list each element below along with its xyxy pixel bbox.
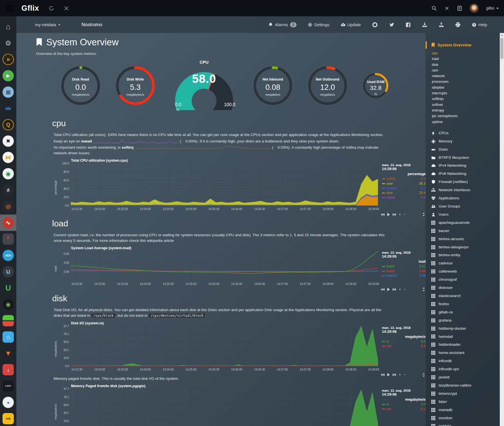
menu-section-user-groups[interactable]: User Groups <box>431 202 498 211</box>
menu-sub-cpu[interactable]: cpu <box>432 50 498 56</box>
hamburger-icon[interactable] <box>5 5 14 11</box>
menu-app-letsencrypt[interactable]: letsencrypt <box>431 390 498 398</box>
menu-app-netdata[interactable]: netdata <box>431 422 498 426</box>
menu-section-ipv4-networking[interactable]: IPv4 Networking <box>431 162 498 170</box>
legend-load15[interactable]: load15 2.06 <box>382 273 426 278</box>
menu-sub-network[interactable]: network <box>432 73 498 79</box>
chart-system-load[interactable]: System Load Average (system.load) load 2… <box>36 246 426 286</box>
menu-app-home-assistant[interactable]: home-assistant <box>431 349 498 357</box>
menu-app-lazylibrarian-calibre[interactable]: lazylibrarian-calibre <box>431 382 498 390</box>
menu-app-elasticsearch[interactable]: elasticsearch <box>431 292 498 300</box>
legend-in[interactable]: in 0.0 <box>382 339 426 344</box>
scrollbar-up-arrow[interactable]: ▲ <box>500 33 504 37</box>
menu-app-influxdb[interactable]: influxdb <box>431 357 498 365</box>
menu-app-mariadb[interactable]: mariadb <box>431 406 498 414</box>
menu-sub-ram[interactable]: ram <box>432 68 498 73</box>
menu-section-ipv6-networking[interactable]: IPv6 Networking <box>431 170 498 178</box>
chart-plot[interactable] <box>71 326 378 366</box>
close-tab-icon[interactable] <box>64 6 69 11</box>
menu-app-influxdb-ups[interactable]: influxdb-ups <box>431 365 498 373</box>
pan-forward-button[interactable] <box>392 213 396 216</box>
menu-sub-interrupts[interactable]: interrupts <box>432 90 498 96</box>
legend-in[interactable]: in 0.0 <box>382 402 426 407</box>
menu-section-applications[interactable]: Applications <box>431 194 498 202</box>
rail-share-network[interactable]: ⋔ <box>0 182 16 198</box>
gauge-net-inbound[interactable]: Net Inbound 0.08 megabits/s <box>252 64 294 107</box>
legend-nice[interactable]: nice 20.4 <box>382 191 426 195</box>
chart-system-pgpgio[interactable]: Memory Paged from/to disk (system.pgpgio… <box>36 384 426 426</box>
rail-sabnzbd[interactable]: sab <box>0 411 16 426</box>
rail-youtubedl[interactable]: ↓ <box>0 362 16 378</box>
menu-app-binhex-emby[interactable]: binhex-emby <box>431 251 498 259</box>
twitter-icon[interactable] <box>389 22 394 27</box>
chart-plot[interactable] <box>71 389 378 426</box>
menu-sub-uptime[interactable]: uptime <box>432 119 498 125</box>
chart-resize-handle[interactable] <box>422 373 425 377</box>
gauge-disk-read[interactable]: Disk Read 0.0 megabytes/s <box>59 64 102 107</box>
pan-backward-button[interactable] <box>381 213 385 216</box>
menu-section-users[interactable]: Users <box>431 211 498 219</box>
menu-app-diskover[interactable]: diskover <box>431 284 498 292</box>
legend-load1[interactable]: load1 6.51 <box>382 264 426 269</box>
alarms-button[interactable]: Alarms 2 <box>268 22 296 27</box>
menu-app-chronograf[interactable]: chronograf <box>431 276 498 284</box>
changelog-icon[interactable] <box>457 6 462 11</box>
menu-sub-ipc-semaphores[interactable]: ipc semaphores <box>432 113 498 119</box>
fullscreen-icon[interactable] <box>444 6 450 11</box>
pan-forward-button[interactable] <box>392 373 396 376</box>
menu-app-gitlab-ce[interactable]: gitlab-ce <box>431 308 498 316</box>
refresh-icon[interactable] <box>49 6 54 11</box>
zoom-in-button[interactable]: + <box>399 288 401 291</box>
play-button[interactable] <box>387 288 390 291</box>
github-icon[interactable] <box>372 22 378 28</box>
rail-netdata[interactable]: ∿ <box>0 215 16 231</box>
play-button[interactable] <box>387 213 390 216</box>
zoom-in-button[interactable]: + <box>399 213 401 216</box>
rail-gitlab[interactable]: ▼ <box>0 345 16 362</box>
zoom-out-button[interactable]: − <box>403 373 406 376</box>
legend-out[interactable]: out -5.2 <box>382 407 426 412</box>
rail-app-swirl[interactable]: ◉ <box>0 166 16 182</box>
menu-app-bazarr[interactable]: bazarr <box>431 227 498 235</box>
chart-resize-handle[interactable] <box>422 213 425 216</box>
menu-section-disks[interactable]: Disks <box>431 146 498 154</box>
menu-app-monitorr[interactable]: monitorr <box>431 414 498 422</box>
menu-sub-softirqs[interactable]: softirqs <box>432 96 498 102</box>
pan-forward-button[interactable] <box>392 288 396 291</box>
import-icon[interactable] <box>422 22 427 27</box>
menu-sub-entropy[interactable]: entropy <box>432 108 498 113</box>
rail-plex[interactable]: » <box>0 51 16 68</box>
chart-resize-handle[interactable] <box>422 287 425 291</box>
avatar[interactable] <box>470 4 479 13</box>
menu-section-firewall-netfilter-[interactable]: Firewall (netfilter) <box>431 178 498 186</box>
export-icon[interactable] <box>439 22 444 27</box>
chart-system-cpu[interactable]: Total CPU utilization (system.cpu) perce… <box>36 159 426 211</box>
scrollbar[interactable]: ▲ <box>500 33 504 426</box>
rail-kodi[interactable]: ✖ <box>0 133 16 149</box>
rail-monitorr[interactable] <box>0 313 16 329</box>
menu-app-cadvisor[interactable]: cadvisor <box>431 259 498 267</box>
zoom-out-button[interactable]: − <box>403 288 406 291</box>
chart-system-io[interactable]: Disk I/O (system.io) megabytes/s 0.019.5… <box>36 321 426 372</box>
rail-unraid[interactable]: U <box>0 264 16 280</box>
hostname[interactable]: Nostromo <box>81 22 102 28</box>
menu-sub-softnet[interactable]: softnet <box>432 102 498 108</box>
menu-app-binhex-delugevpn[interactable]: binhex-delugevpn <box>431 243 498 251</box>
help-button[interactable]: Help <box>472 22 487 27</box>
rail-ombi[interactable]: ⋈ <box>0 149 16 166</box>
menu-app-apacheguacamole[interactable]: apacheguacamole <box>431 219 498 227</box>
legend-softirq[interactable]: softirq 0.0 <box>382 177 426 181</box>
menu-section-btrfs-filesystem[interactable]: BTRFS filesystem <box>431 154 498 162</box>
gauge-used-ram[interactable]: Used RAM 32.8 % <box>361 71 390 100</box>
zoom-out-button[interactable]: − <box>403 213 406 216</box>
rail-airsonic[interactable]: ıılıı <box>0 100 16 117</box>
gauge-net-outbound[interactable]: Net Outbound 12.0 megabits/s <box>306 64 349 107</box>
menu-section-cpus[interactable]: CPUs <box>431 129 498 137</box>
pan-backward-button[interactable] <box>381 373 385 376</box>
menu-app-hiddenloader[interactable]: hiddenloader <box>431 341 498 349</box>
facebook-icon[interactable] <box>406 22 411 27</box>
legend-user[interactable]: user 35.3 <box>382 181 426 186</box>
zoom-in-button[interactable]: + <box>399 373 401 376</box>
search-icon[interactable] <box>432 6 437 11</box>
rail-nextcloud[interactable]: oOo <box>0 247 16 264</box>
